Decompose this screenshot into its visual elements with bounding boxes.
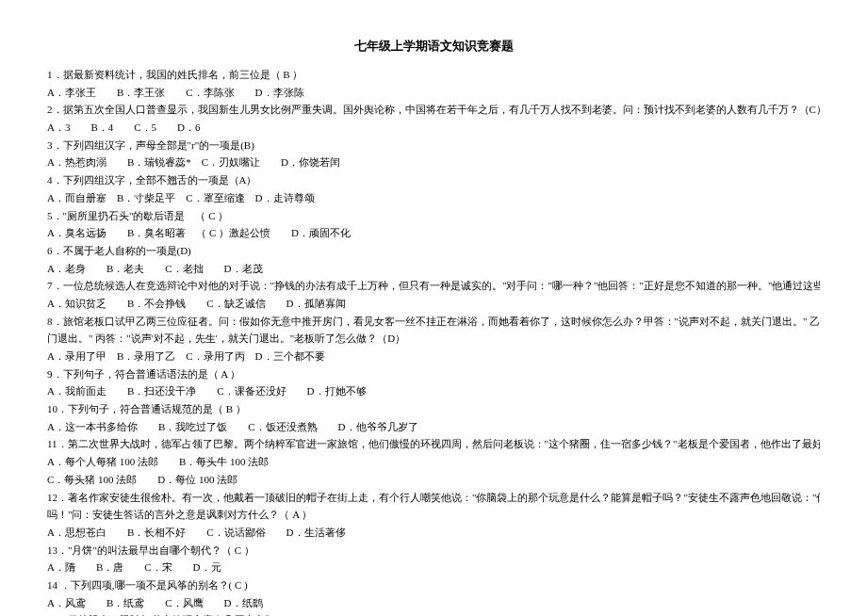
q7-options: A．知识贫乏 B．不会挣钱 C．缺乏诚信 D．孤陋寡闻: [47, 295, 820, 313]
q6-line: 6．不属于老人自称的一项是(D): [47, 242, 820, 260]
q14-options: A．风鸢 B．纸鸢 C．风鹰 D．纸鹞: [47, 594, 820, 612]
q11-options2: C．每头猪 100 法郎 D．每位 100 法郎: [47, 471, 820, 489]
q8-options: A．录用了甲 B．录用了乙 C．录用了丙 D．三个都不要: [47, 348, 820, 365]
q4-line: 4．下列四组汉字，全部不翘舌的一项是（A）: [47, 171, 820, 189]
q9-line: 9．下列句子，符合普通话语法的是（ A ）: [47, 365, 820, 383]
q5-options: A．臭名远扬 B．臭名昭著 （ C ）激起公愤 D．顽固不化: [47, 224, 820, 242]
q2-line: 2．据第五次全国人口普查显示，我国新生儿男女比例严重失调。国外舆论称，中国将在若…: [47, 101, 820, 119]
q3-line: 3．下列四组汉字，声母全部是"r"的一项是(B): [47, 137, 820, 154]
q15-line: 15．保护视力，眼睛与书本的距离应在几厘米之间（ C ）: [47, 611, 820, 616]
q13-line: 13．"月饼"的叫法最早出自哪个朝代？（ C ）: [47, 542, 820, 559]
q10-line: 10．下列句子，符合普通话规范的是（ B ）: [47, 400, 820, 418]
q12-line2: 吗！"问：安徒生答话的言外之意是讽刺对方什么？（ A ）: [47, 506, 820, 524]
q8-line: 8．旅馆老板口试甲乙两三位应征者。问：假如你无意中推开房门，看见女客一丝不挂正在…: [47, 313, 820, 331]
q11-options1: A．每个人每猪 100 法郎 B．每头牛 100 法郎: [47, 453, 820, 471]
q4-options: A．而自册塞 B．寸柴足平 C．罩至缩逢 D．走诗尊颂: [47, 189, 820, 207]
q12-options: A．思想苍白 B．长相不好 C．说话鄙俗 D．生活著侈: [47, 524, 820, 542]
q10-options: A．这一本书多给你 B．我吃过了饭 C．饭还没煮熟 D．他爷爷几岁了: [47, 418, 820, 436]
page-title: 七年级上学期语文知识竞赛题: [47, 38, 820, 55]
q11-line: 11．第二次世界大战时，德军占领了巴黎。两个纳粹军官进一家旅馆，他们傲慢的环视四…: [47, 435, 820, 453]
q7-line: 7．一位总统候选人在竞选辩论中对他的对手说："挣钱的办法有成千上万种，但只有一种…: [47, 277, 820, 295]
q3-options: A．热惹肉溺 B．瑞锐睿蕊* C．刃奴嘴让 D．你饶若闰: [47, 154, 820, 171]
q13-options: A．隋 B．唐 C．宋 D．元: [47, 559, 820, 576]
q8-line2: 门退出。" 丙答："说声'对不起，先生'，就关门退出。"老板听了怎么做？（D）: [47, 330, 820, 348]
q1-options: A．李张王 B．李王张 C．李陈张 D．李张陈: [47, 84, 820, 102]
q9-options: A．我前面走 B．扫还没干净 C．课备还没好 D．打她不够: [47, 382, 820, 400]
q6-options: A．老身 B．老夫 C．老拙 D．老茂: [47, 260, 820, 278]
q1-line: 1．据最新资料统计，我国的姓氏排名，前三位是（ B ）: [47, 66, 820, 84]
q14-line: 14 ．下列四项,哪一项不是风筝的别名？( C ): [47, 576, 820, 594]
q2-options: A．3 B．4 C．5 D．6: [47, 119, 820, 137]
q12-line: 12．著名作家安徒生很俭朴。有一次，他戴着一顶破旧的帽子在街上走，有个行人嘲笑他…: [47, 489, 820, 507]
q5-line: 5．"厕所里扔石头"的歇后语是 （ C ）: [47, 207, 820, 225]
